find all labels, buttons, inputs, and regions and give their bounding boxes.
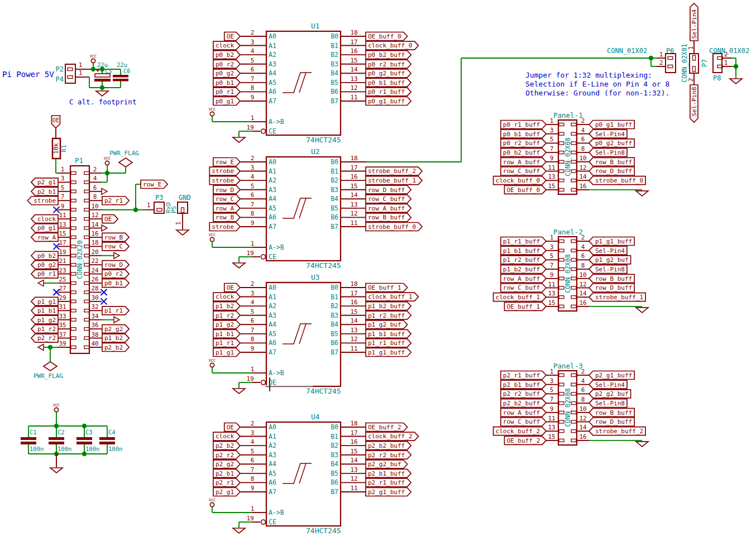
global-label-text: p2_r2: [37, 334, 56, 342]
pin-number: 9: [251, 345, 255, 352]
component-value: CONN_02X08: [564, 388, 572, 427]
global-label-text: p0_r2: [216, 61, 234, 68]
global-label-text: p0_g2_buff: [595, 140, 632, 147]
pin-name: B3: [331, 312, 338, 319]
pin-number: 2: [687, 78, 695, 82]
global-label-text: row_A_buff: [503, 409, 540, 416]
pin-pad: [571, 268, 576, 271]
pin-name: A->B: [269, 118, 284, 126]
global-label-text: p0_b1_buff: [503, 131, 540, 138]
pin-number: 2: [251, 420, 255, 427]
pin-pad: [71, 291, 76, 294]
pin-number: 6: [251, 191, 255, 199]
pin-name: A3: [269, 60, 276, 68]
pin-pad: [571, 123, 576, 126]
pin-pad: [84, 199, 89, 202]
pin-number: 5: [550, 136, 554, 143]
global-label-text: row_A_buff: [503, 159, 540, 166]
open-wire-arrow: [38, 344, 44, 350]
global-label-text: p2_r1_buff: [368, 479, 405, 486]
pin-pad: [559, 142, 564, 145]
component-value: CONN_02X08: [564, 254, 572, 293]
pin-pad: [559, 151, 564, 154]
global-label-text: Sel-Pin8: [691, 87, 698, 117]
global-label-text: p0_g2: [37, 261, 56, 269]
pin-number: 13: [350, 466, 357, 473]
pin-pad: [71, 300, 76, 303]
global-label-text: OE: [227, 33, 234, 40]
capacitor-plate: [99, 437, 115, 440]
pin-name: B7: [331, 488, 338, 496]
global-label-text: p0_b1_buff: [368, 79, 405, 87]
pin-pad: [71, 309, 76, 312]
global-label-text: p1_r2_buff: [503, 256, 540, 264]
pin-pad: [84, 208, 89, 211]
global-label-text: p2_r1_buff: [503, 372, 540, 379]
global-label-text: row_C_buff: [368, 195, 405, 203]
pin-number: 16: [91, 230, 98, 237]
pin-number: 14: [579, 424, 587, 431]
pin-pad: [84, 346, 89, 348]
global-label-text: p1_b2_buff: [368, 303, 405, 310]
global-label-text: p0_r1: [37, 270, 56, 277]
pin-name: A4: [269, 69, 276, 77]
global-label-text: row_B_buff: [595, 159, 632, 166]
component-value: GND: [179, 194, 191, 202]
pin-number: 15: [548, 433, 555, 441]
pin-pad: [84, 254, 89, 257]
global-label-text: p1_b2: [216, 303, 234, 310]
global-label-text: row_D_buff: [368, 186, 405, 194]
pin-pad: [71, 282, 76, 285]
pin-number: 28: [91, 285, 98, 292]
pin-name: B0: [331, 284, 338, 291]
global-label-text: row_D_buff: [595, 418, 632, 425]
global-label-text: row_D: [216, 186, 234, 194]
global-label-text: strobe: [212, 223, 234, 231]
pin-number: 2: [724, 51, 728, 58]
pin-number: 15: [350, 183, 357, 190]
global-label-text: clock_buff_0: [368, 42, 412, 49]
pin-name: B5: [331, 79, 338, 87]
vcc-label: VCC: [209, 107, 216, 112]
pin-pad: [71, 218, 76, 221]
pin-number: 12: [91, 212, 98, 219]
pin-number: 11: [548, 415, 555, 422]
connector-body-p2p4[interactable]: [65, 64, 75, 83]
schmitt-glyph: [283, 73, 312, 93]
pin-pad: [84, 172, 89, 175]
global-label-text: p2_b1_buff: [368, 470, 405, 477]
pin-pad: [559, 420, 564, 423]
connector-body-p3[interactable]: [154, 202, 164, 213]
pin-number: 14: [350, 191, 358, 199]
global-label-text: OE_buff_0: [368, 33, 401, 40]
pin-pad: [71, 190, 76, 193]
open-wire-arrow: [114, 252, 119, 258]
pin-pad: [571, 277, 576, 280]
vcc-symbol: [105, 161, 109, 165]
pin-pad: [571, 151, 576, 154]
pin-pad: [559, 179, 564, 182]
connector-body-p7[interactable]: [690, 54, 698, 73]
pin-name: A6: [269, 88, 276, 95]
global-label-text: row_C_buff: [503, 167, 540, 175]
pin-name: B1: [331, 433, 338, 441]
pin-number: 18: [91, 239, 98, 246]
pin-name: A->B: [269, 243, 284, 251]
global-label-text: p2_g1: [216, 489, 234, 496]
global-label-text: row_A_buff: [503, 275, 540, 283]
pin-pad: [68, 76, 73, 79]
schmitt-glyph: [299, 73, 306, 93]
pin-number: 1: [79, 69, 83, 76]
pin-number: 7: [251, 466, 255, 473]
pin-pad: [559, 286, 564, 289]
pin-number: 13: [548, 173, 555, 180]
pin-number: 2: [251, 155, 255, 162]
pin-pad: [71, 264, 76, 266]
global-label-text: p0_r1_buff: [503, 121, 540, 128]
pin-number: 2: [581, 117, 585, 125]
pin-number: 15: [548, 299, 555, 307]
pin-number: 1: [175, 222, 182, 226]
pin-pad: [71, 272, 76, 275]
global-label-text: clock_buff_0: [496, 177, 540, 184]
component-ref: R1: [60, 145, 68, 152]
